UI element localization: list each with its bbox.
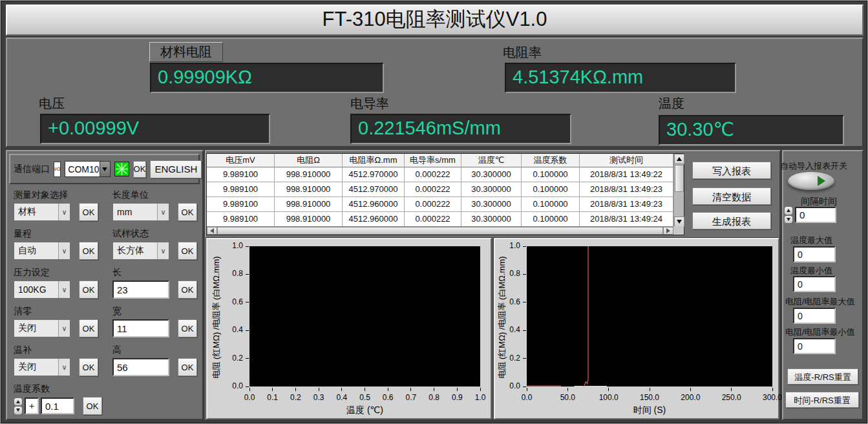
ok-button[interactable]: OK: [178, 281, 197, 299]
clear-data-button[interactable]: 清空数据: [692, 187, 771, 205]
generate-report-button[interactable]: 生成报表: [692, 212, 771, 229]
control-column-right: 长度单位mm∨OK试样状态长方体∨OK长OK宽OK高OK: [112, 189, 203, 383]
table-header-cell: 电阻率Ω.mm: [343, 154, 405, 167]
dropdown-试样状态[interactable]: 长方体∨: [112, 242, 169, 260]
dropdown-长度单位[interactable]: mm∨: [112, 203, 169, 221]
chevron-down-icon[interactable]: ∨: [157, 204, 169, 220]
chart-x-axis-label: 时间 (S): [527, 405, 772, 416]
x-tick-mark: [272, 388, 273, 391]
chevron-down-icon[interactable]: ∨: [58, 281, 70, 298]
scroll-thumb[interactable]: [675, 165, 684, 192]
scroll-left-button[interactable]: [207, 227, 217, 235]
decrement-button[interactable]: [784, 215, 793, 224]
y-tick-mark: [523, 387, 526, 387]
ok-button[interactable]: OK: [83, 397, 102, 415]
ok-button[interactable]: OK: [178, 203, 197, 221]
interval-spinner[interactable]: [784, 206, 793, 224]
dropdown-压力设定[interactable]: 100KG∨: [14, 281, 70, 299]
ok-button[interactable]: OK: [178, 319, 197, 337]
input-高[interactable]: [112, 358, 169, 376]
x-tick-mark: [388, 388, 388, 391]
interval-input[interactable]: [795, 207, 836, 223]
increment-decrement-spinner[interactable]: [14, 398, 23, 415]
y-tick-label: 0.2: [222, 354, 243, 363]
y-tick-label: 0.6: [500, 297, 520, 306]
scroll-right-button[interactable]: [663, 227, 673, 235]
resistivity-label: 电阻率: [503, 44, 542, 61]
x-tick-mark: [341, 388, 342, 391]
control-label: 宽: [112, 306, 203, 317]
increment-button[interactable]: [14, 398, 23, 407]
x-tick-label: 0.4: [336, 393, 347, 402]
chart-y-axis-label: 电阻 (红MΩ) /电阻率 (白MΩ.mm): [496, 248, 508, 388]
ok-button[interactable]: OK: [79, 319, 98, 337]
input-宽[interactable]: [112, 319, 169, 337]
x-tick-mark: [434, 388, 434, 391]
y-tick-mark: [246, 387, 249, 387]
dropdown-value: 自动: [14, 245, 58, 257]
scroll-thumb-horizontal[interactable]: [217, 227, 663, 235]
chevron-down-icon[interactable]: ∨: [58, 320, 70, 337]
material-resistance-label: 材料电阻: [149, 42, 223, 62]
scroll-up-button[interactable]: [674, 154, 684, 164]
table-cell: 4512.970000: [343, 182, 405, 197]
increment-button[interactable]: [784, 206, 793, 215]
io-port-icon: I/O: [54, 162, 61, 177]
temp-rrs-reset-button[interactable]: 温度-R/RS重置: [787, 368, 858, 385]
control-input: 长OK: [112, 267, 203, 299]
ok-button[interactable]: OK: [79, 203, 98, 221]
dropdown-arrow-icon[interactable]: [100, 162, 110, 176]
x-tick-mark: [319, 388, 319, 391]
chevron-down-icon[interactable]: ∨: [58, 359, 70, 376]
ok-button[interactable]: OK: [178, 242, 197, 260]
auto-report-toggle[interactable]: [788, 172, 834, 190]
table-vertical-scrollbar[interactable]: [673, 154, 684, 227]
chevron-down-icon[interactable]: ∨: [58, 204, 70, 220]
ok-button[interactable]: OK: [79, 242, 98, 260]
input-长[interactable]: [112, 281, 169, 299]
x-tick-label: 0.6: [383, 393, 394, 402]
chart-y-axis-label: 电阻 (红MΩ) /电阻率 (白MΩ.mm): [211, 248, 222, 388]
x-tick-label: 0.3: [313, 393, 324, 402]
table-header-cell: 测试时间: [580, 154, 673, 167]
ok-button[interactable]: OK: [79, 358, 98, 376]
down-arrow-icon: [16, 408, 20, 412]
x-tick-mark: [527, 388, 527, 391]
table-horizontal-scrollbar[interactable]: [207, 226, 673, 235]
conductivity-label: 电导率: [350, 95, 389, 112]
english-button[interactable]: ENGLISH: [150, 160, 202, 178]
chevron-down-icon[interactable]: ∨: [157, 242, 169, 259]
table-cell: 4512.960000: [343, 212, 405, 227]
table-cell: 0.100000: [522, 212, 580, 227]
control-label: 测量对象选择: [14, 189, 104, 201]
input-温度系数[interactable]: [41, 398, 74, 414]
dropdown-温补[interactable]: 关闭∨: [14, 358, 70, 376]
x-tick-mark: [608, 388, 609, 391]
ok-button[interactable]: OK: [79, 281, 98, 299]
control-dropdown: 量程自动∨OK: [14, 228, 104, 260]
table-header-cell: 电导率s/mm: [405, 154, 461, 167]
sign-box[interactable]: +: [25, 398, 39, 414]
com-port-dropdown[interactable]: COM10: [65, 161, 110, 177]
ok-button[interactable]: OK: [178, 358, 197, 376]
table-cell: 9.989100: [207, 212, 275, 227]
dropdown-量程[interactable]: 自动∨: [14, 242, 70, 260]
write-report-button[interactable]: 写入报表: [692, 162, 771, 179]
dropdown-测量对象选择[interactable]: 材料∨: [14, 203, 70, 221]
comm-port-group: 通信端口 I/O COM10 OK ENGLISH: [9, 154, 200, 184]
y-tick-mark: [246, 302, 249, 302]
table-cell: 998.910000: [275, 197, 343, 212]
dropdown-value: 关闭: [14, 323, 58, 334]
x-tick-label: 250.0: [722, 393, 741, 402]
control-label: 长: [112, 267, 203, 279]
control-label: 压力设定: [14, 267, 104, 279]
y-tick-label: 0.6: [222, 297, 243, 306]
comm-ok-button[interactable]: OK: [133, 161, 147, 178]
scroll-down-button[interactable]: [674, 217, 684, 227]
time-rrs-reset-button[interactable]: 时间-R/RS重置: [785, 392, 859, 408]
dropdown-清零[interactable]: 关闭∨: [14, 319, 70, 337]
chevron-down-icon[interactable]: ∨: [58, 242, 70, 259]
decrement-button[interactable]: [14, 406, 23, 415]
table-cell: 9.989100: [207, 182, 275, 197]
y-tick-mark: [523, 274, 526, 275]
